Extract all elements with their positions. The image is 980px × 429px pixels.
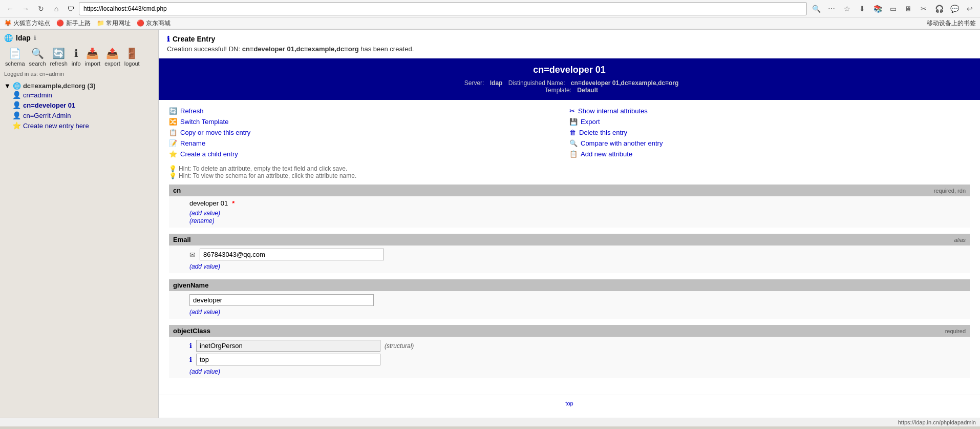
sidebar-tool-import[interactable]: 📥 import	[84, 46, 102, 68]
more-options-button[interactable]: ⋯	[825, 3, 838, 15]
actions-left: 🔄 Refresh 🔀 Switch Template 📋 Copy or mo…	[169, 107, 569, 158]
action-export[interactable]: 💾 Export	[569, 118, 970, 126]
hint-bulb-2: 💡	[169, 172, 177, 179]
attr-value-row-givenname	[189, 294, 949, 306]
pocket-button[interactable]: 🎧	[933, 3, 945, 15]
ldap-icon: 🌐	[4, 34, 13, 42]
feedback-button[interactable]: 💬	[948, 3, 961, 15]
hint-2: 💡 Hint: To view the schema for an attrib…	[169, 172, 970, 179]
tree-leaf-label-admin: cn=admin	[23, 91, 52, 99]
star-icon-new: ⭐	[12, 121, 21, 130]
action-delete[interactable]: 🗑 Delete this entry	[569, 129, 970, 136]
attr-header-email: Email alias	[169, 234, 970, 246]
synced-tabs-button[interactable]: 🖥	[902, 3, 914, 15]
undo-button[interactable]: ↩	[964, 3, 976, 15]
cn-add-value: (add value)	[189, 209, 949, 217]
objectclass-add-value: (add value)	[189, 367, 949, 375]
server-label: Server:	[464, 79, 484, 87]
email-add-value: (add value)	[189, 262, 949, 270]
browser-toolbar: ← → ↻ ⌂ 🛡 🔍 ⋯ ☆ ⬇ 📚 ▭ 🖥 ✂ 🎧 💬 ↩	[0, 0, 980, 18]
tree-leaf-developer01[interactable]: 👤 cn=developer 01	[12, 100, 154, 110]
app-container: 🌐 ldap ℹ 📄 schema 🔍 search 🔄 refresh ℹ i…	[0, 30, 980, 418]
action-switch-template[interactable]: 🔀 Switch Template	[169, 118, 569, 126]
screenshots-button[interactable]: ✂	[918, 3, 930, 15]
reload-button[interactable]: ↻	[35, 3, 47, 15]
tree-root-label[interactable]: dc=example,dc=org (3)	[23, 82, 96, 90]
sidebar-tool-refresh[interactable]: 🔄 refresh	[49, 46, 69, 68]
template-label: Template:	[545, 87, 571, 94]
bookmark-jd[interactable]: 🔴 京东商城	[137, 19, 171, 28]
email-input[interactable]	[200, 249, 384, 260]
home-button[interactable]: ⌂	[50, 3, 62, 15]
mobile-bookmark[interactable]: 移动设备上的书签	[927, 19, 976, 28]
back-button[interactable]: ←	[4, 3, 16, 15]
cn-add-value-link[interactable]: (add value)	[189, 210, 220, 217]
bookmark-common[interactable]: 📁 常用网址	[97, 19, 131, 28]
sidebar-toolbar: 📄 schema 🔍 search 🔄 refresh ℹ info 📥 imp…	[4, 46, 154, 68]
tree-children: 👤 cn=admin 👤 cn=developer 01 👤 cn=Gerrit…	[12, 90, 154, 131]
sidebar-tool-logout[interactable]: 🚪 logout	[123, 46, 141, 68]
action-show-internal[interactable]: ✂ Show internal attributes	[569, 107, 970, 115]
tree-leaf-new-entry[interactable]: ⭐ Create new entry here	[12, 120, 154, 131]
sidebar-tool-schema[interactable]: 📄 schema	[4, 46, 26, 68]
structural-label: (structural)	[385, 342, 414, 350]
objectclass-input-1[interactable]	[196, 340, 380, 352]
cn-rename-link[interactable]: (rename)	[189, 217, 215, 224]
user-icon-1: 👤	[12, 91, 21, 99]
sidebar-tool-export[interactable]: 📤 export	[103, 46, 121, 68]
search-label: search	[29, 60, 46, 67]
tree-globe-icon: 🌐	[13, 82, 21, 90]
bookmarks-bar: 🦊 火狐官方站点 🔴 新手上路 📁 常用网址 🔴 京东商城 移动设备上的书签	[0, 18, 980, 29]
downloads-button[interactable]: ⬇	[856, 3, 868, 15]
add-attr-icon: 📋	[569, 150, 578, 158]
objectclass-add-value-link[interactable]: (add value)	[189, 368, 220, 375]
search-web-icon[interactable]: 🔍	[810, 3, 822, 15]
action-create-child[interactable]: ⭐ Create a child entry	[169, 150, 569, 158]
action-rename[interactable]: 📝 Rename	[169, 139, 569, 147]
action-compare[interactable]: 🔍 Compare with another entry	[569, 139, 970, 147]
email-add-value-link[interactable]: (add value)	[189, 263, 220, 270]
create-entry-info-icon: ℹ	[167, 35, 169, 43]
attr-name-givenname[interactable]: givenName	[173, 281, 208, 289]
tree-leaf-gerrit[interactable]: 👤 cn=Gerrit Admin	[12, 110, 154, 120]
compare-icon: 🔍	[569, 139, 578, 147]
address-bar[interactable]	[79, 2, 807, 15]
objectclass-info-icon-2[interactable]: ℹ	[189, 356, 192, 363]
action-copy-move[interactable]: 📋 Copy or move this entry	[169, 129, 569, 136]
givenname-input[interactable]	[189, 294, 374, 306]
export-action-icon: 💾	[569, 118, 578, 126]
sidebar-tool-search[interactable]: 🔍 search	[28, 46, 47, 68]
bookmark-star-button[interactable]: ☆	[841, 3, 853, 15]
status-url: https://ldap.in.cn/phpldapadmin	[898, 419, 976, 425]
tree-leaf-admin[interactable]: 👤 cn=admin	[12, 90, 154, 100]
hint-bulb-1: 💡	[169, 165, 177, 172]
template-value: Default	[577, 87, 598, 94]
security-icon: 🛡	[66, 5, 76, 13]
sidebar-tool-info[interactable]: ℹ info	[71, 46, 82, 68]
create-entry-message: Creation successful! DN: cn=developer 01…	[167, 45, 972, 53]
attr-header-objectclass: objectClass required	[169, 325, 970, 337]
action-refresh[interactable]: 🔄 Refresh	[169, 107, 569, 115]
givenname-add-value-link[interactable]: (add value)	[189, 309, 220, 316]
forward-button[interactable]: →	[19, 3, 32, 15]
attr-name-cn[interactable]: cn	[173, 187, 181, 194]
email-envelope-icon: ✉	[189, 251, 196, 259]
hints-area: 💡 Hint: To delete an attribute, empty th…	[159, 165, 980, 185]
action-add-attr[interactable]: 📋 Add new attribute	[569, 150, 970, 158]
switch-template-icon: 🔀	[169, 118, 177, 126]
create-entry-label: Create Entry	[173, 35, 215, 43]
attr-body-email: ✉ (add value)	[169, 246, 970, 273]
library-button[interactable]: 📚	[871, 3, 884, 15]
attr-body-objectclass: ℹ (structural) ℹ (add value)	[169, 337, 970, 378]
top-link[interactable]: top	[565, 400, 573, 406]
internal-icon: ✂	[569, 107, 575, 115]
bookmark-firefoxhome[interactable]: 🦊 火狐官方站点	[4, 19, 50, 28]
attr-header-cn: cn required, rdn	[169, 185, 970, 196]
attr-name-objectclass[interactable]: objectClass	[173, 327, 210, 335]
attr-name-email[interactable]: Email	[173, 236, 191, 243]
objectclass-input-2[interactable]	[196, 354, 380, 365]
objectclass-info-icon-1[interactable]: ℹ	[189, 342, 192, 350]
dn-meta: Server: ldap Distinguished Name: cn=deve…	[167, 79, 972, 87]
sidebar-toggle-button[interactable]: ▭	[887, 3, 899, 15]
bookmark-newuser[interactable]: 🔴 新手上路	[56, 19, 90, 28]
